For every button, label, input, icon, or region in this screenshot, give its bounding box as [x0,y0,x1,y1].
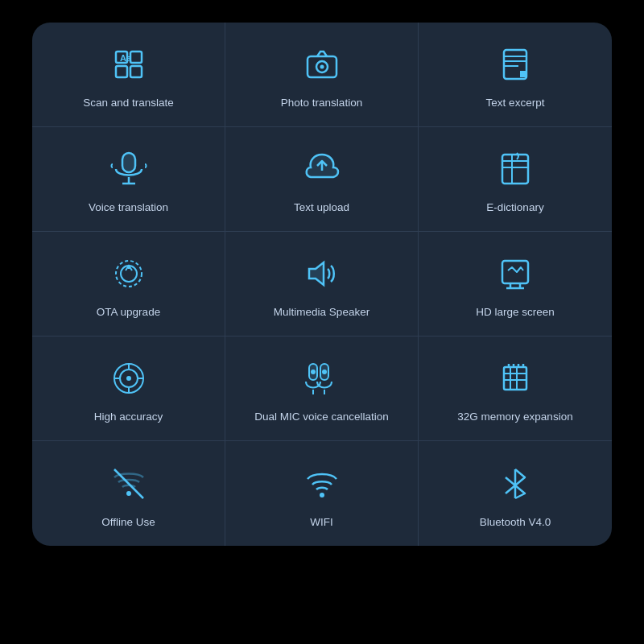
mic-icon [299,355,345,402]
upload-icon [299,146,345,192]
svg-rect-2 [130,52,142,63]
svg-rect-4 [130,66,142,77]
cell-label-ota-upgrade: OTA upgrade [97,305,160,320]
bluetooth-icon [492,460,539,507]
cell-memory: 32G memory expansion [419,336,612,441]
scan-icon: Aa [105,41,152,88]
cell-label-text-upload: Text upload [294,200,349,216]
cell-voice-translation: Voice translation [32,127,225,232]
ota-icon [105,250,152,297]
cell-label-wifi: WIFI [310,515,333,530]
cell-high-accuracy: High accuracy [32,336,225,441]
dictionary-icon [492,146,539,192]
offline-icon [105,460,152,507]
cell-label-e-dictionary: E-dictionary [486,200,543,216]
cell-label-high-accuracy: High accuracy [94,410,163,425]
svg-rect-3 [116,66,127,77]
cell-label-memory: 32G memory expansion [457,410,572,425]
speaker-icon [299,250,345,297]
cell-text-excerpt: Text excerpt [419,23,612,127]
svg-point-19 [311,369,316,374]
cell-offline: Offline Use [32,441,225,546]
cell-bluetooth: Bluetooth V4.0 [419,441,612,546]
screen-icon [492,250,539,297]
cell-label-hd-screen: HD large screen [476,305,555,320]
camera-icon [299,41,345,88]
cell-ota-upgrade: OTA upgrade [32,232,225,336]
cell-photo-translation: Photo translation [225,23,419,127]
function-grid: Aa Scan and translate Photo translation … [32,23,612,546]
svg-rect-9 [122,153,135,172]
svg-point-7 [320,65,324,69]
wifi-icon [299,460,345,507]
cell-multimedia-speaker: Multimedia Speaker [225,232,419,336]
cell-label-multimedia-speaker: Multimedia Speaker [274,305,369,320]
cell-label-photo-translation: Photo translation [281,96,362,111]
cell-wifi: WIFI [225,441,419,546]
memory-icon [492,355,539,402]
svg-point-16 [126,376,131,381]
function-card: Aa Scan and translate Photo translation … [32,23,612,546]
cell-label-scan-translate: Scan and translate [83,96,174,111]
cell-label-bluetooth: Bluetooth V4.0 [480,515,551,530]
svg-point-22 [126,491,131,496]
cell-label-dual-mic: Dual MIC voice cancellation [254,410,389,425]
cell-label-offline: Offline Use [101,515,155,530]
voice-icon [105,146,152,192]
page-title [0,0,644,23]
accuracy-icon [105,355,152,402]
cell-dual-mic: Dual MIC voice cancellation [225,336,419,441]
svg-rect-21 [504,367,526,390]
cell-scan-translate: Aa Scan and translate [32,23,225,127]
svg-point-20 [322,369,327,374]
cell-text-upload: Text upload [225,127,419,232]
cell-label-voice-translation: Voice translation [89,200,168,216]
text-excerpt-icon [492,41,539,88]
svg-point-23 [320,493,324,497]
svg-rect-13 [502,261,528,283]
svg-rect-10 [502,155,528,184]
cell-hd-screen: HD large screen [419,232,612,336]
cell-e-dictionary: E-dictionary [419,127,612,232]
cell-label-text-excerpt: Text excerpt [486,96,545,111]
